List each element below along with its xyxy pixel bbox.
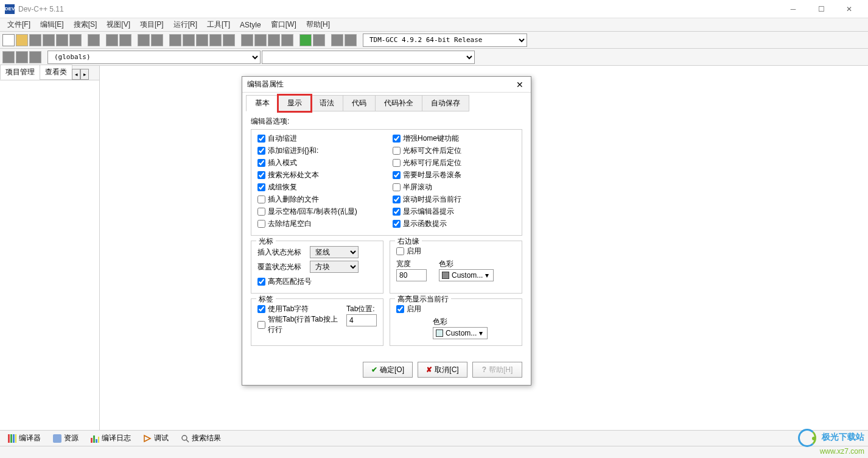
tool-btn-c[interactable]: [281, 34, 293, 46]
editor-option-left-checkbox-1[interactable]: [257, 147, 265, 155]
menu-run[interactable]: 运行[R]: [169, 18, 202, 31]
menu-edit[interactable]: 编辑[E]: [35, 18, 69, 31]
ok-button[interactable]: ✔ 确定[O]: [363, 362, 413, 378]
tool-print[interactable]: [88, 34, 100, 46]
right-edge-enable-checkbox[interactable]: [396, 247, 404, 255]
tool-btn-b[interactable]: [268, 34, 280, 46]
overwrite-cursor-select[interactable]: 方块: [310, 261, 359, 273]
dialog-tab-autosave[interactable]: 自动保存: [422, 95, 469, 111]
menu-astyle[interactable]: AStyle: [235, 19, 266, 30]
editor-option-left-checkbox-5[interactable]: [257, 196, 265, 203]
width-input[interactable]: [396, 269, 427, 281]
tool-replace[interactable]: [151, 34, 163, 46]
tool-run[interactable]: [183, 34, 195, 46]
tool-goto2[interactable]: [29, 51, 41, 63]
tab-class-view[interactable]: 查看类: [40, 65, 72, 80]
tool-undo[interactable]: [106, 34, 118, 46]
minimize-button[interactable]: ─: [779, 0, 807, 18]
insert-cursor-label: 插入状态光标: [257, 247, 306, 258]
editor-option-left-checkbox-0[interactable]: [257, 135, 265, 143]
menu-window[interactable]: 窗口[W]: [266, 18, 301, 31]
editor-option-left-row: 插入删除的文件: [257, 194, 380, 205]
dialog-tab-code[interactable]: 代码: [343, 95, 376, 111]
bottom-tab-resources[interactable]: 资源: [47, 431, 84, 445]
editor-option-right-checkbox-7[interactable]: [393, 220, 401, 228]
editor-option-left-row: 去除结尾空白: [257, 219, 380, 229]
title-bar: DEV Dev-C++ 5.11 ─ ☐ ✕: [0, 0, 868, 18]
tab-scroll-right[interactable]: ▸: [80, 69, 89, 80]
tool-find[interactable]: [138, 34, 150, 46]
member-select[interactable]: [262, 51, 475, 64]
tool-redo[interactable]: [119, 34, 131, 46]
compile-log-icon: [91, 434, 99, 443]
dialog-tab-basic[interactable]: 基本: [246, 95, 279, 111]
tool-toggle[interactable]: [16, 51, 28, 63]
editor-option-right-checkbox-6[interactable]: [393, 208, 401, 216]
svg-rect-7: [96, 439, 97, 443]
tool-rebuild[interactable]: [209, 34, 222, 46]
tool-compile-run[interactable]: [196, 34, 208, 46]
close-button[interactable]: ✕: [835, 0, 863, 18]
use-tab-checkbox[interactable]: [257, 305, 265, 313]
editor-option-left-checkbox-7[interactable]: [257, 220, 265, 228]
tool-new[interactable]: [2, 34, 15, 46]
editor-option-right-row: 需要时显示卷滚条: [393, 170, 516, 180]
menu-tools[interactable]: 工具[T]: [202, 18, 235, 31]
tool-btn-d[interactable]: [299, 34, 312, 46]
tool-compile[interactable]: [169, 34, 181, 46]
right-edge-color-select[interactable]: Custom... ▾: [439, 269, 494, 281]
editor-option-left-checkbox-3[interactable]: [257, 171, 265, 179]
bottom-tab-debug[interactable]: 调试: [138, 431, 174, 445]
tool-save[interactable]: [29, 34, 41, 46]
dialog-tab-completion[interactable]: 代码补全: [375, 95, 422, 111]
dialog-close-button[interactable]: ✕: [514, 79, 526, 91]
tool-profile[interactable]: [241, 34, 253, 46]
menu-project[interactable]: 项目[P]: [135, 18, 169, 31]
editor-option-left-checkbox-4[interactable]: [257, 183, 265, 191]
menu-help[interactable]: 帮助[H]: [301, 18, 335, 31]
tool-open[interactable]: [16, 34, 28, 46]
globals-select[interactable]: (globals): [47, 51, 261, 64]
tool-btn-a[interactable]: [254, 34, 267, 46]
menu-view[interactable]: 视图[V]: [102, 18, 135, 31]
highlight-color-select[interactable]: Custom... ▾: [433, 327, 488, 339]
tool-saveall[interactable]: [43, 34, 55, 46]
dialog-tab-display[interactable]: 显示: [278, 95, 311, 111]
separator: [326, 34, 330, 46]
tab-pos-input[interactable]: [346, 314, 377, 326]
tool-btn-e[interactable]: [313, 34, 325, 46]
tool-goto[interactable]: [331, 34, 343, 46]
smart-tab-checkbox[interactable]: [257, 321, 265, 329]
editor-option-right-checkbox-5[interactable]: [393, 196, 401, 203]
editor-option-right-checkbox-4[interactable]: [393, 183, 401, 191]
tool-close[interactable]: [69, 34, 82, 46]
menu-file[interactable]: 文件[F]: [2, 18, 35, 31]
dialog-titlebar[interactable]: 编辑器属性 ✕: [242, 77, 531, 93]
tab-project-manager[interactable]: 项目管理: [0, 65, 40, 80]
match-brace-checkbox[interactable]: [257, 278, 265, 286]
tool-bookmark[interactable]: [345, 34, 357, 46]
bottom-tab-search-results[interactable]: 搜索结果: [175, 431, 226, 445]
compiler-select[interactable]: TDM-GCC 4.9.2 64-bit Release: [363, 33, 527, 47]
editor-option-left-checkbox-2[interactable]: [257, 159, 265, 167]
bottom-tab-compiler[interactable]: 编译器: [2, 431, 46, 445]
editor-option-right-checkbox-1[interactable]: [393, 147, 401, 155]
cancel-button[interactable]: ✘ 取消[C]: [418, 362, 467, 378]
bottom-tab-compile-log[interactable]: 编译日志: [85, 431, 136, 445]
tool-insert[interactable]: [2, 51, 15, 63]
editor-option-left-checkbox-6[interactable]: [257, 208, 265, 216]
highlight-line-enable-checkbox[interactable]: [396, 305, 404, 313]
tool-debug[interactable]: [223, 34, 235, 46]
editor-option-right-checkbox-3[interactable]: [393, 171, 401, 179]
maximize-button[interactable]: ☐: [807, 0, 835, 18]
help-button[interactable]: ? 帮助[H]: [472, 362, 522, 378]
dialog-tab-syntax[interactable]: 语法: [310, 95, 343, 111]
tab-scroll-left[interactable]: ◂: [72, 69, 80, 80]
tool-saveas[interactable]: [56, 34, 68, 46]
project-tree[interactable]: [0, 80, 99, 430]
editor-option-right-checkbox-2[interactable]: [393, 159, 401, 167]
editor-option-right-checkbox-0[interactable]: [393, 135, 401, 143]
menu-search[interactable]: 搜索[S]: [69, 18, 102, 31]
svg-rect-8: [98, 437, 99, 443]
insert-cursor-select[interactable]: 竖线: [310, 246, 359, 258]
